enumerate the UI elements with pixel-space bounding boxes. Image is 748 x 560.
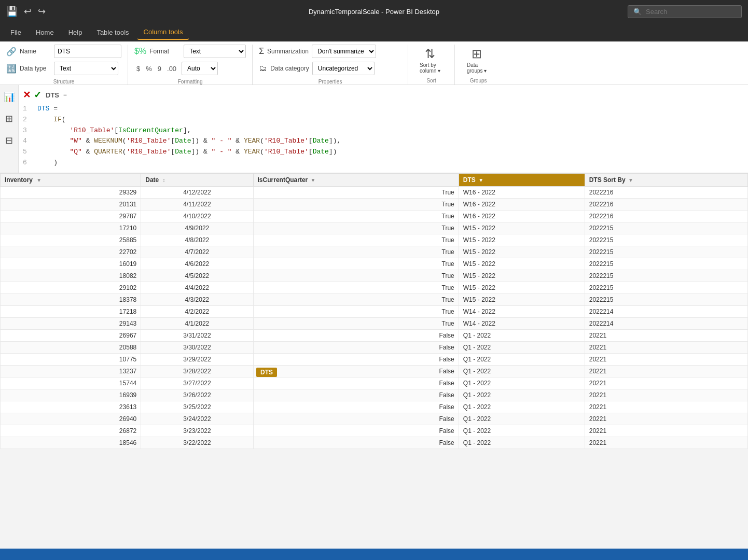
cell-iscurrentquarter: False — [253, 389, 459, 401]
cell-inventory: 25885 — [1, 234, 141, 246]
col-dropdown-dts[interactable]: ▼ — [478, 177, 483, 183]
code-line-3: 3 'R10_Table'[IsCurrentQuarter], — [23, 125, 744, 136]
cell-inventory: 17218 — [1, 305, 141, 317]
cell-inventory: 26967 — [1, 329, 141, 341]
cell-dts: Q1 - 2022 — [459, 365, 585, 377]
formula-bar: ✕ ✓ DTS = 1 DTS = 2 IF( 3 'R10_Table'[Is… — [19, 85, 748, 173]
table-row: 20588 3/30/2022 False Q1 - 2022 20221 — [1, 341, 748, 353]
cell-date: 3/24/2022 — [141, 413, 253, 425]
cell-iscurrentquarter: False — [253, 365, 459, 377]
cell-dts: W15 - 2022 — [459, 222, 585, 234]
undo-icon[interactable]: ↩ — [24, 6, 32, 17]
cell-date: 4/5/2022 — [141, 270, 253, 282]
search-box[interactable]: 🔍 — [628, 5, 742, 18]
menu-help[interactable]: Help — [62, 25, 89, 39]
comma-button[interactable]: 9 — [156, 64, 163, 74]
cell-inventory: 20131 — [1, 198, 141, 210]
cell-iscurrentquarter: True — [253, 198, 459, 210]
menu-home[interactable]: Home — [30, 25, 60, 39]
search-input[interactable] — [646, 8, 729, 16]
cell-inventory: 20588 — [1, 341, 141, 353]
ribbon-group-groups: ⊞ Datagroups ▾ Groups — [455, 45, 502, 85]
cell-dts-sort-by: 2022214 — [585, 317, 747, 329]
redo-icon[interactable]: ↪ — [38, 6, 46, 17]
summarization-label: Summarization — [267, 48, 309, 55]
data-category-select[interactable]: Uncategorized Address City Continent Cou… — [312, 62, 375, 75]
sort-by-column-button[interactable]: ⇅ Sort bycolumn ▾ — [414, 45, 446, 76]
cell-dts: Q1 - 2022 — [459, 353, 585, 365]
col-header-dts-sort-by[interactable]: DTS Sort By ▼ — [585, 173, 747, 186]
format-label: Format — [149, 48, 181, 55]
cell-iscurrentquarter: True — [253, 270, 459, 282]
cell-iscurrentquarter: False — [253, 401, 459, 413]
data-type-select[interactable]: Text Whole Number Decimal Number Date Da… — [54, 62, 118, 75]
summarization-select[interactable]: Don't summarize Sum Average Min Max Coun… — [312, 45, 376, 58]
cell-iscurrentquarter: True — [253, 305, 459, 317]
code-line-6: 6 ) — [23, 158, 744, 169]
col-dropdown-dts-sort-by[interactable]: ▼ — [628, 177, 633, 183]
table-row: 22702 4/7/2022 True W15 - 2022 2022215 — [1, 246, 748, 258]
cell-inventory: 18378 — [1, 293, 141, 305]
col-label-iscurrentquarter: IsCurrentQuarter — [258, 176, 308, 184]
editor-container: 📊 ⊞ ⊟ ✕ ✓ DTS = 1 DTS = 2 IF( 3 — [0, 85, 748, 173]
cell-dts-sort-by: 2022215 — [585, 222, 747, 234]
table-row: 26872 3/23/2022 False Q1 - 2022 20221 — [1, 425, 748, 437]
cell-date: 4/11/2022 — [141, 198, 253, 210]
data-category-label: Data category — [270, 65, 309, 72]
cell-dts: Q1 - 2022 — [459, 413, 585, 425]
cell-dts-sort-by: 20221 — [585, 413, 747, 425]
col-sort-date[interactable]: ↕ — [163, 177, 165, 183]
cell-dts-sort-by: 20221 — [585, 377, 747, 389]
cell-inventory: 16939 — [1, 389, 141, 401]
table-icon[interactable]: ⊞ — [3, 111, 15, 127]
groups-controls: ⊞ Datagroups ▾ — [461, 45, 495, 76]
col-sort-inventory[interactable]: ▼ — [36, 177, 41, 183]
code-line-4: 4 "W" & WEEKNUM('R10_Table'[Date]) & " -… — [23, 136, 744, 147]
data-table: Inventory ▼ Date ↕ IsCurrentQuarter ▼ DT… — [0, 173, 748, 449]
format-select[interactable]: Text General Number Currency Percentage … — [184, 45, 246, 58]
table-row: 29787 4/10/2022 True W16 - 2022 2022216 — [1, 210, 748, 222]
formula-code[interactable]: 1 DTS = 2 IF( 3 'R10_Table'[IsCurrentQua… — [23, 104, 744, 169]
cell-dts-sort-by: 2022215 — [585, 246, 747, 258]
cell-dts-sort-by: 2022215 — [585, 258, 747, 270]
col-dropdown-iscurrentquarter[interactable]: ▼ — [311, 177, 316, 183]
formula-cancel-button[interactable]: ✕ — [23, 89, 31, 101]
save-icon[interactable]: 💾 — [6, 6, 18, 17]
properties-controls: Σ Summarization Don't summarize Sum Aver… — [259, 45, 401, 77]
sidebar-icons: 📊 ⊞ ⊟ — [0, 85, 19, 173]
cell-dts-sort-by: 20221 — [585, 437, 747, 449]
cell-iscurrentquarter: False — [253, 413, 459, 425]
code-line-1: 1 DTS = — [23, 104, 744, 115]
bar-chart-icon[interactable]: 📊 — [2, 89, 17, 105]
table-row: 29143 4/1/2022 True W14 - 2022 2022214 — [1, 317, 748, 329]
col-header-dts[interactable]: DTS ▼ — [459, 173, 585, 186]
menu-file[interactable]: File — [4, 25, 27, 39]
cell-dts: Q1 - 2022 — [459, 401, 585, 413]
cell-dts-sort-by: 2022216 — [585, 198, 747, 210]
code-line-5: 5 "Q" & QUARTER('R10_Table'[Date]) & " -… — [23, 147, 744, 158]
cell-iscurrentquarter: True — [253, 293, 459, 305]
format-icon: $% — [134, 47, 146, 56]
percent-button[interactable]: % — [144, 64, 154, 74]
cell-dts-sort-by: 20221 — [585, 401, 747, 413]
formula-confirm-button[interactable]: ✓ — [34, 89, 41, 101]
decimal-button[interactable]: .00 — [165, 64, 178, 74]
cell-dts: W14 - 2022 — [459, 305, 585, 317]
cell-iscurrentquarter: True — [253, 186, 459, 198]
col-header-date[interactable]: Date ↕ — [141, 173, 253, 186]
cell-dts-sort-by: 2022215 — [585, 234, 747, 246]
cell-dts: W15 - 2022 — [459, 270, 585, 282]
col-header-inventory[interactable]: Inventory ▼ — [1, 173, 141, 186]
data-type-icon: 🔣 — [6, 64, 17, 74]
cell-inventory: 13237 — [1, 365, 141, 377]
model-icon[interactable]: ⊟ — [3, 133, 15, 148]
menu-column-tools[interactable]: Column tools — [137, 25, 189, 40]
table-row: 15744 3/27/2022 False Q1 - 2022 20221 — [1, 377, 748, 389]
auto-select[interactable]: Auto — [182, 62, 218, 75]
col-header-iscurrentquarter[interactable]: IsCurrentQuarter ▼ — [253, 173, 459, 186]
currency-button[interactable]: $ — [134, 64, 142, 74]
name-input[interactable] — [54, 45, 121, 58]
data-groups-button[interactable]: ⊞ Datagroups ▾ — [461, 45, 492, 76]
menu-table-tools[interactable]: Table tools — [90, 25, 135, 39]
cell-iscurrentquarter: False — [253, 353, 459, 365]
